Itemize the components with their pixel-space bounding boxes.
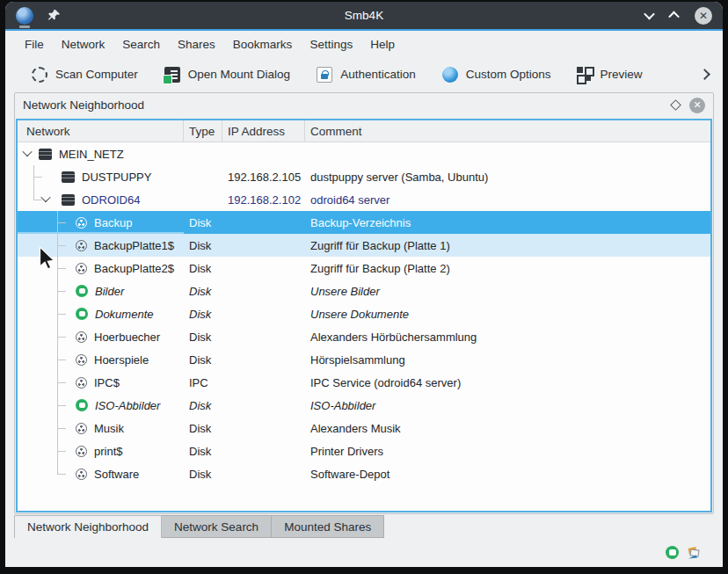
tree-branch-line (57, 314, 66, 315)
row-ip (222, 462, 305, 485)
row-ip (222, 440, 305, 462)
menu-file[interactable]: File (16, 33, 53, 55)
row-backup[interactable]: Backup Disk Backup-Verzeichnis (18, 211, 710, 234)
tree-branch-line (57, 291, 66, 292)
tab-network-search[interactable]: Network Search (162, 515, 272, 538)
titlebar[interactable]: Smb4K ✕ (5, 2, 723, 31)
tab-network-neighborhood[interactable]: Network Neighborhood (14, 515, 162, 538)
authentication-button[interactable]: Authentication (317, 67, 416, 83)
preview-grid-icon (577, 67, 592, 82)
row-comment: Alexanders Musik (305, 417, 710, 440)
row-bilder[interactable]: Bilder Disk Unsere Bilder (18, 280, 710, 302)
maximize-button[interactable] (668, 11, 680, 23)
row-label: IPC$ (94, 376, 120, 389)
row-ip (222, 371, 305, 394)
row-ip (222, 325, 305, 348)
row-type: Disk (184, 462, 222, 485)
tab-mounted-shares[interactable]: Mounted Shares (272, 515, 384, 538)
preview-button[interactable]: Preview (577, 67, 642, 82)
row-icon (76, 399, 88, 411)
statusbar (5, 538, 723, 567)
pin-icon[interactable] (47, 9, 61, 22)
menu-settings[interactable]: Settings (301, 33, 361, 55)
menu-search[interactable]: Search (113, 33, 169, 55)
column-header-comment[interactable]: Comment (305, 120, 710, 142)
minimize-button[interactable] (644, 9, 655, 20)
row-ip: 192.168.2.102 (222, 188, 305, 211)
panel-close-icon[interactable]: ✕ (689, 98, 705, 113)
row-type: IPC (184, 371, 222, 394)
toolbar: Scan Computer Open Mount Dialog Authenti… (5, 58, 723, 91)
tree-branch-line (57, 245, 66, 246)
row-hoerspiele[interactable]: Hoerspiele Disk Hörspielsammlung (18, 348, 710, 371)
tree-branch-line (57, 382, 66, 383)
row-dustpuppy[interactable]: DUSTPUPPY 192.168.2.105 dustpuppy server… (18, 165, 710, 188)
row-icon (39, 149, 52, 160)
row-ip (222, 280, 305, 302)
row-label: DUSTPUPPY (82, 171, 151, 184)
row-comment: IPC Service (odroid64 server) (305, 371, 710, 394)
toolbar-button-label: Scan Computer (55, 68, 138, 81)
close-button[interactable]: ✕ (695, 7, 712, 25)
row-icon (62, 171, 75, 183)
row-type: Disk (184, 234, 222, 257)
bottom-tabbar: Network Neighborhood Network Search Moun… (14, 515, 384, 538)
network-tree-table: Network Type IP Address Comment MEIN_NET… (16, 119, 712, 512)
menu-network[interactable]: Network (53, 33, 114, 55)
app-globe-icon (16, 7, 33, 25)
panel-float-diamond-icon[interactable] (670, 99, 681, 111)
row-type (184, 188, 222, 211)
column-header-ip[interactable]: IP Address (222, 120, 305, 142)
toolbar-overflow-chevron-right-icon[interactable] (699, 69, 710, 80)
tree-branch-line (57, 337, 66, 338)
row-type: Disk (184, 440, 222, 462)
column-header-type[interactable]: Type (184, 120, 222, 142)
row-icon (76, 331, 87, 343)
row-label: Hoerspiele (94, 353, 149, 367)
open-mount-dialog-button[interactable]: Open Mount Dialog (164, 67, 290, 83)
mouse-cursor (39, 247, 55, 272)
row-comment: dustpuppy server (Samba, Ubuntu) (305, 165, 710, 188)
row-label: Bilder (95, 285, 124, 298)
scan-computer-button[interactable]: Scan Computer (32, 67, 138, 83)
row-iso-abbilder[interactable]: ISO-Abbilder Disk ISO-Abbilder (18, 394, 710, 417)
row-label: Software (94, 468, 139, 481)
table-rows: MEIN_NETZ DUSTPUPPY 192.168.2.105 dustpu… (18, 142, 710, 511)
row-icon (76, 217, 87, 229)
row-mein-netz[interactable]: MEIN_NETZ (18, 142, 710, 165)
row-hoerbuecher[interactable]: Hoerbuecher Disk Alexanders Hörbüchersam… (18, 325, 710, 348)
row-type (184, 142, 222, 165)
row-musik[interactable]: Musik Disk Alexanders Musik (18, 417, 710, 440)
expander-chevron-down-icon[interactable] (22, 147, 32, 156)
menu-shares[interactable]: Shares (169, 33, 224, 55)
panel-header[interactable]: Network Neighborhood ✕ (15, 93, 713, 117)
tree-branch-line (57, 462, 58, 474)
toolbar-button-label: Preview (600, 68, 642, 81)
custom-options-button[interactable]: Custom Options (442, 67, 551, 83)
row-backupplatte2[interactable]: BackupPlatte2$ Disk Zugriff für Backup (… (18, 257, 710, 280)
row-odroid64[interactable]: ODROID64 192.168.2.102 odroid64 server (18, 188, 710, 211)
column-header-network[interactable]: Network (18, 120, 184, 142)
window-title: Smb4K (5, 9, 723, 22)
tree-branch-line (57, 451, 66, 452)
row-dokumente[interactable]: Dokumente Disk Unsere Dokumente (18, 302, 710, 325)
mount-dialog-icon (164, 67, 180, 83)
row-ipc[interactable]: IPC$ IPC IPC Service (odroid64 server) (18, 371, 710, 394)
menubar: FileNetworkSearchSharesBookmarksSettings… (5, 31, 723, 58)
tree-branch-line (57, 474, 66, 475)
row-backupplatte1[interactable]: BackupPlatte1$ Disk Zugriff für Backup (… (18, 234, 710, 257)
expander-chevron-down-icon[interactable] (40, 193, 50, 202)
row-software[interactable]: Software Disk Software-Depot (18, 462, 710, 485)
row-label: Dokumente (95, 308, 153, 321)
row-icon (76, 469, 87, 480)
row-type: Disk (184, 211, 222, 234)
menu-bookmarks[interactable]: Bookmarks (224, 33, 302, 55)
menu-help[interactable]: Help (361, 33, 404, 55)
row-type: Disk (184, 280, 222, 302)
row-ip (222, 302, 305, 325)
row-type: Disk (184, 302, 222, 325)
row-comment: Zugriff für Backup (Platte 2) (305, 257, 710, 280)
row-ip: 192.168.2.105 (222, 165, 305, 188)
row-print[interactable]: print$ Disk Printer Drivers (18, 440, 710, 462)
network-neighborhood-panel: Network Neighborhood ✕ Network Type IP A… (14, 92, 714, 514)
